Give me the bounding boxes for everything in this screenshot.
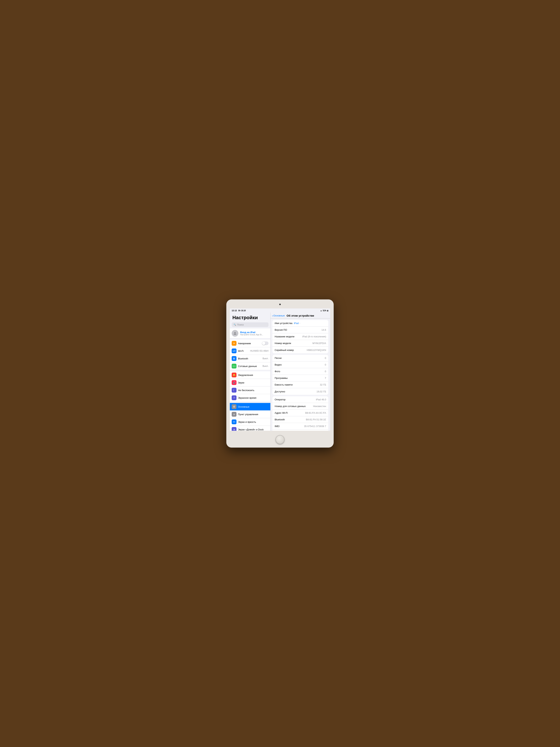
sidebar-item-wifi[interactable]: wifi Wi-Fi HUAWEI-5G-46kH — [230, 347, 270, 355]
imei-value: 35 675411 373939 7 — [279, 425, 326, 428]
detail-row-model-name: Название модели iPad (8-го поколения) — [272, 333, 328, 340]
notifications-label: Уведомления — [238, 374, 268, 377]
cellular-value: Выкл. — [263, 365, 268, 367]
detail-row-imei: IMEI 35 675411 373939 7 — [272, 423, 328, 430]
sidebar-item-control-center[interactable]: ⊞ Пункт управления — [230, 411, 270, 418]
sidebar-item-airplane[interactable]: ✈ Авиарежим — [230, 340, 270, 347]
wifi-value: HUAWEI-5G-46kH — [250, 350, 268, 352]
device-name-arrow: › — [299, 322, 300, 325]
bluetooth-address-value: B8:81:FA:51:58:1E — [285, 418, 326, 421]
photos-value: 0 — [280, 370, 326, 373]
songs-label: Песни — [275, 357, 282, 359]
wifi-setting-icon: wifi — [232, 349, 237, 353]
status-icons: ▲ 51% ▮ — [320, 310, 328, 312]
imei-label: IMEI — [275, 425, 279, 428]
bluetooth-label: Bluetooth — [238, 357, 261, 360]
account-info: Вход на iPad Настройте iCloud, App St... — [240, 331, 268, 336]
detail-section-device-info: Имя устройства iPad › Версия ПО 14.6 Наз… — [272, 320, 328, 353]
detail-row-video: Видео 0 — [272, 361, 328, 368]
general-icon: ⚙ — [232, 404, 237, 409]
detail-row-cellular-number: Номер для сотовых данных Неизвестен — [272, 403, 328, 410]
bluetooth-address-label: Bluetooth — [275, 418, 285, 421]
detail-row-model-number: Номер модели MYMJ2FD/A — [272, 340, 328, 346]
operator-label: Оператор — [275, 398, 286, 401]
sidebar-item-home-screen[interactable]: ⊞ Экран «Домой» и Dock — [230, 426, 270, 431]
dnd-label: Не беспокоить — [238, 389, 268, 392]
detail-row-bluetooth-address: Bluetooth B8:81:FA:51:58:1E — [272, 416, 328, 423]
airplane-icon: ✈ — [232, 341, 237, 346]
control-center-label: Пункт управления — [238, 413, 268, 416]
airplane-toggle[interactable] — [262, 341, 268, 345]
sidebar[interactable]: Настройки 🔍 Поиск — [230, 313, 271, 431]
back-label: Основные — [273, 314, 285, 317]
sidebar-item-display[interactable]: AA Экран и яркость — [230, 418, 270, 426]
notifications-icon: 🔔 — [232, 372, 237, 378]
model-name-value: iPad (8-го поколения) — [294, 335, 326, 338]
detail-row-wifi-address: Адрес Wi-Fi B8:81:FA:4A:0C:FA — [272, 410, 328, 416]
capacity-label: Емкость памяти — [275, 383, 293, 386]
detail-header: ‹ Основные Об этом устройстве — [271, 313, 330, 318]
search-placeholder: Поиск — [237, 323, 244, 326]
home-button[interactable] — [275, 435, 285, 444]
detail-row-device-name[interactable]: Имя устройства iPad › — [272, 320, 328, 327]
cellular-number-value: Неизвестен — [305, 405, 326, 408]
detail-title: Об этом устройстве — [287, 314, 314, 317]
sidebar-title: Настройки — [230, 313, 270, 321]
sidebar-item-notifications[interactable]: 🔔 Уведомления — [230, 371, 270, 379]
sounds-icon: 🔊 — [232, 380, 237, 385]
general-label: Основные — [238, 405, 268, 408]
detail-section-media: Песни 0 Видео 0 Фото 0 Программы — [272, 355, 328, 395]
back-chevron-icon: ‹ — [272, 314, 273, 317]
search-bar[interactable]: 🔍 Поиск — [232, 323, 268, 327]
settings-section-system: 🔔 Уведомления 🔊 Звуки ☾ Не беспокоить — [230, 371, 270, 402]
settings-section-connectivity: ✈ Авиарежим wifi Wi-Fi HUAWEI-5G-46kH B … — [230, 340, 270, 370]
back-button[interactable]: ‹ Основные — [272, 314, 285, 317]
display-icon: AA — [232, 419, 237, 424]
sidebar-item-bluetooth[interactable]: B Bluetooth Выкл. — [230, 355, 270, 362]
video-label: Видео — [275, 363, 282, 366]
os-version-value: 14.6 — [287, 329, 326, 331]
photos-label: Фото — [275, 370, 280, 373]
cellular-icon: ((·)) — [232, 364, 237, 368]
detail-row-available: Доступно 19,02 ГБ — [272, 388, 328, 395]
control-center-icon: ⊞ — [232, 412, 237, 417]
battery-text: 51% — [323, 310, 326, 312]
sounds-label: Звуки — [238, 381, 268, 384]
detail-row-serial: Серийный номер H98G10YWQ1KN — [272, 346, 328, 353]
detail-row-operator: Оператор iPad 46.0 — [272, 396, 328, 403]
status-time: 12:12 — [232, 309, 237, 312]
sidebar-item-general[interactable]: ⚙ Основные — [230, 403, 270, 411]
sidebar-item-cellular[interactable]: ((·)) Сотовые данные Выкл. — [230, 362, 270, 370]
wifi-icon: ▲ — [320, 310, 322, 312]
detail-panel[interactable]: ‹ Основные Об этом устройстве Имя устрой… — [271, 313, 330, 431]
wifi-label: Wi-Fi — [238, 350, 248, 352]
screen-time-icon: ⏱ — [232, 395, 237, 400]
status-date: Вт 10.10 — [238, 310, 246, 312]
avatar — [232, 330, 238, 337]
device-name-value: iPad › — [292, 322, 326, 325]
battery-icon: ▮ — [327, 310, 328, 312]
ipad-screen: 12:12 Вт 10.10 ▲ 51% ▮ Настройки 🔍 — [230, 308, 330, 431]
model-name-label: Название модели — [275, 335, 294, 338]
dnd-icon: ☾ — [232, 388, 237, 393]
screen-content: Настройки 🔍 Поиск — [230, 313, 330, 431]
account-row[interactable]: Вход на iPad Настройте iCloud, App St... — [230, 329, 270, 338]
device-name-label: Имя устройства — [275, 322, 292, 325]
detail-section-network: Оператор iPad 46.0 Номер для сотовых дан… — [272, 396, 328, 431]
available-value: 19,02 ГБ — [285, 390, 326, 393]
sidebar-item-screen-time[interactable]: ⏱ Экранное время — [230, 394, 270, 402]
detail-row-csn: CSN 890490320060088826000656195087381 — [272, 430, 328, 431]
video-value: 0 — [282, 363, 326, 366]
wifi-address-value: B8:81:FA:4A:0C:FA — [288, 411, 326, 414]
apps-label: Программы — [275, 377, 288, 380]
cellular-number-label: Номер для сотовых данных — [275, 405, 305, 408]
screen-time-label: Экранное время — [238, 396, 268, 399]
songs-value: 0 — [282, 357, 326, 359]
settings-section-general: ⚙ Основные ⊞ Пункт управления AA Экран и… — [230, 403, 270, 431]
svg-point-0 — [234, 332, 236, 333]
sidebar-item-dnd[interactable]: ☾ Не беспокоить — [230, 386, 270, 394]
apps-value: 7 — [288, 377, 326, 380]
detail-row-apps: Программы 7 — [272, 375, 328, 382]
sidebar-item-sounds[interactable]: 🔊 Звуки — [230, 379, 270, 386]
account-subtitle: Настройте iCloud, App St... — [240, 334, 268, 336]
